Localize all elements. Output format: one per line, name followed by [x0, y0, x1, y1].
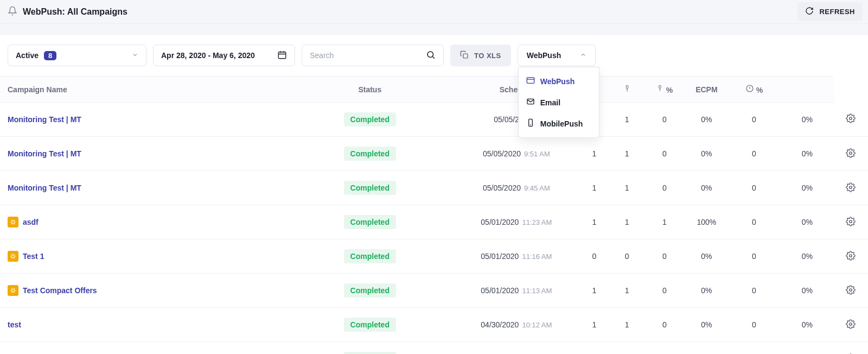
export-xls-label: TO XLS [474, 52, 501, 60]
refresh-button[interactable]: REFRESH [797, 2, 863, 21]
mail-icon [526, 97, 535, 108]
metric-cell: 1 [578, 171, 610, 205]
status-badge: Completed [344, 318, 396, 332]
metric-cell: 0% [686, 171, 727, 205]
channel-option-label: WebPush [540, 77, 575, 86]
metric-cell: 0 [727, 239, 781, 274]
chevron-up-icon [580, 51, 586, 60]
browser-icon [526, 76, 535, 86]
page-title: WebPush: All Campaigns [23, 7, 127, 17]
metric-cell: 0% [781, 308, 834, 342]
status-badge: Completed [344, 147, 396, 161]
metric-cell: 0% [686, 103, 727, 137]
row-settings-button[interactable] [846, 219, 856, 228]
table-row: testCompleted04/30/202010:12 AM1100%00% [0, 308, 868, 342]
metric-cell: 1 [610, 137, 643, 171]
svg-point-17 [850, 288, 852, 291]
channel-option-label: Email [540, 98, 560, 107]
metric-cell: 0 [727, 274, 781, 308]
ab-test-icon [8, 285, 18, 296]
channel-select-dropdown[interactable]: WebPush WebPush Email MobilePus [518, 45, 596, 66]
metric-cell: 1 [610, 205, 643, 239]
schedule-time: 11:16 AM [522, 252, 552, 261]
table-row: Monitoring Test | MTCompleted05/05/20209… [0, 137, 868, 171]
svg-rect-7 [659, 85, 661, 88]
campaign-link[interactable]: Monitoring Test | MT [8, 115, 81, 124]
svg-point-18 [850, 323, 852, 325]
table-row: testCompleted04/30/202010:12 AM1100%00% [0, 342, 868, 355]
search-icon [426, 50, 436, 61]
campaign-link[interactable]: Test Compact Offers [8, 285, 97, 296]
status-badge: Completed [344, 352, 396, 354]
metric-cell: 0% [686, 239, 727, 274]
campaign-name: Test 1 [23, 252, 44, 261]
metric-cell: 0 [727, 342, 781, 355]
campaign-name: test [8, 320, 21, 329]
metric-cell: 0% [686, 137, 727, 171]
campaign-name: Test Compact Offers [23, 286, 97, 295]
table-row: Test Compact OffersCompleted05/01/202011… [0, 274, 868, 308]
channel-option-mobilepush[interactable]: MobilePush [519, 113, 599, 134]
row-settings-button[interactable] [846, 322, 856, 331]
metric-cell: 0% [686, 308, 727, 342]
metric-cell: 0% [686, 274, 727, 308]
search-input[interactable] [310, 51, 426, 60]
metric-cell: 0% [781, 103, 834, 137]
export-xls-button[interactable]: TO XLS [450, 45, 511, 66]
row-settings-button[interactable] [846, 288, 856, 296]
svg-rect-2 [463, 54, 468, 58]
metric-cell: 0% [781, 171, 834, 205]
col-header-ecpm[interactable]: ECPM [686, 77, 727, 103]
channel-option-email[interactable]: Email [519, 92, 599, 113]
metric-cell: 1 [578, 137, 610, 171]
metric-cell: 0 [643, 239, 685, 274]
svg-point-13 [850, 220, 852, 223]
table-row: Monitoring Test | MTCompleted05/05/20209… [0, 103, 868, 137]
schedule-time: 11:23 AM [522, 218, 552, 226]
campaign-link[interactable]: Test 1 [8, 251, 44, 262]
campaign-link[interactable]: Monitoring Test | MT [8, 184, 81, 192]
metric-cell: 0% [781, 205, 834, 239]
status-badge: Completed [344, 181, 396, 195]
metric-cell: 1 [578, 342, 610, 355]
col-header-click-rate[interactable]: % [643, 77, 685, 103]
svg-point-11 [850, 186, 852, 188]
status-filter-dropdown[interactable]: Active 8 [8, 45, 146, 66]
schedule-time: 9:51 AM [524, 150, 550, 158]
campaign-link[interactable]: Monitoring Test | MT [8, 149, 81, 158]
svg-rect-3 [527, 78, 534, 84]
row-settings-button[interactable] [846, 116, 856, 125]
svg-point-14 [12, 255, 15, 258]
campaign-link[interactable]: test [8, 320, 21, 329]
metric-cell: 0 [610, 239, 643, 274]
col-header-name[interactable]: Campaign Name [0, 77, 285, 103]
search-box[interactable] [302, 45, 444, 66]
status-filter-label: Active [16, 51, 39, 60]
channel-select-label: WebPush [527, 51, 561, 60]
channel-dropdown-menu: WebPush Email MobilePush [518, 67, 599, 138]
ab-test-icon [8, 251, 18, 262]
metric-cell: 1 [610, 171, 643, 205]
metric-cell: 0 [643, 137, 685, 171]
refresh-icon [805, 7, 814, 17]
status-badge: Completed [344, 283, 396, 298]
col-header-clicks[interactable] [610, 77, 643, 103]
campaign-link[interactable]: asdf [8, 217, 39, 227]
metric-cell: 1 [578, 308, 610, 342]
campaign-name: Monitoring Test | MT [8, 115, 81, 124]
schedule-date: 04/30/2020 [481, 320, 519, 329]
bell-icon [8, 6, 17, 17]
row-settings-button[interactable] [846, 151, 856, 160]
campaign-name: asdf [23, 218, 39, 226]
metric-cell: 0% [686, 342, 727, 355]
channel-option-webpush[interactable]: WebPush [519, 71, 599, 92]
row-settings-button[interactable] [846, 185, 856, 194]
error-icon [745, 86, 754, 94]
date-range-picker[interactable]: Apr 28, 2020 - May 6, 2020 [153, 45, 295, 66]
metric-cell: 0% [781, 342, 834, 355]
row-settings-button[interactable] [846, 254, 856, 262]
col-header-status[interactable]: Status [285, 77, 455, 103]
col-header-error-rate[interactable]: % [727, 77, 781, 103]
svg-rect-5 [528, 119, 532, 126]
status-badge: Completed [344, 249, 396, 263]
